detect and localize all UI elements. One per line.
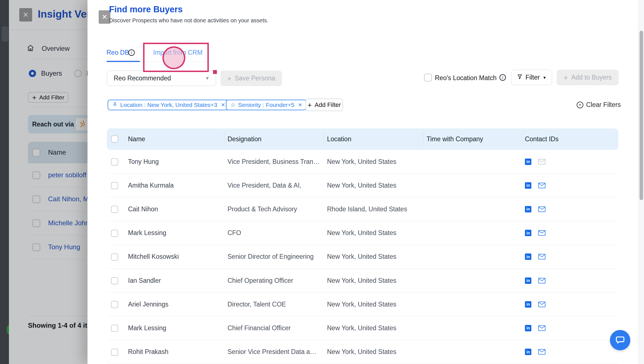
table-row: Mark Lessing Chief Financial Officer New… bbox=[107, 316, 618, 340]
chip-label: Location : New York, United States+3 bbox=[120, 102, 217, 108]
row-checkbox[interactable] bbox=[111, 182, 118, 189]
column-name: Name bbox=[128, 128, 145, 150]
info-icon[interactable]: i bbox=[128, 49, 135, 56]
contact-ids: in bbox=[525, 269, 617, 292]
chip-close-icon[interactable]: ✕ bbox=[221, 102, 225, 108]
prospect-designation: Product & Tech Advisory bbox=[228, 197, 324, 221]
prospect-designation: Chief Financial Officer bbox=[228, 316, 324, 340]
annotation-rectangle bbox=[143, 43, 209, 72]
row-checkbox[interactable] bbox=[111, 206, 118, 213]
table-row: Rohit Prakash Senior Vice President Data… bbox=[107, 340, 618, 364]
table-row: Mark Lessing CFO New York, United States… bbox=[107, 221, 618, 245]
prospect-time-with-company bbox=[427, 150, 522, 173]
column-contact-ids: Contact IDs bbox=[525, 128, 558, 150]
pin-icon bbox=[112, 102, 118, 109]
row-checkbox[interactable] bbox=[111, 253, 118, 261]
prospect-location: New York, United States bbox=[327, 269, 423, 292]
linkedin-icon[interactable]: in bbox=[525, 230, 531, 236]
prospect-location: New York, United States bbox=[327, 316, 423, 340]
prospect-name: Ian Sandler bbox=[128, 269, 224, 292]
table-row: Ariel Jennings Director, Talent COE New … bbox=[107, 293, 618, 316]
prospect-designation: Vice President, Data & AI, bbox=[228, 174, 324, 197]
location-match-label: Reo's Location Match bbox=[435, 74, 496, 82]
contact-ids: in bbox=[525, 293, 617, 316]
filter-button[interactable]: Filter ▼ bbox=[511, 70, 552, 85]
prospect-designation: CFO bbox=[228, 221, 324, 245]
email-icon[interactable] bbox=[538, 183, 546, 188]
email-icon[interactable] bbox=[538, 206, 546, 212]
email-icon[interactable] bbox=[538, 230, 546, 236]
email-icon[interactable] bbox=[538, 159, 546, 165]
star-icon: ☆ bbox=[230, 102, 236, 108]
linkedin-icon[interactable]: in bbox=[525, 206, 531, 212]
location-match-checkbox[interactable] bbox=[424, 74, 432, 82]
filter-chip-seniority[interactable]: ☆ Seniority : Founder+5 ✕ bbox=[226, 100, 307, 110]
scrollbar-thumb[interactable] bbox=[640, 31, 643, 200]
column-separator bbox=[523, 132, 523, 146]
prospect-location: New York, United States bbox=[327, 245, 423, 269]
prospect-designation: Vice President, Business Tran… bbox=[228, 150, 324, 173]
linkedin-icon[interactable]: in bbox=[525, 253, 531, 260]
select-all-checkbox[interactable] bbox=[111, 135, 118, 143]
prospect-designation: Chief Operating Officer bbox=[228, 269, 324, 292]
row-checkbox[interactable] bbox=[111, 301, 118, 308]
contact-ids: in bbox=[525, 245, 617, 269]
tab-import-from-crm[interactable]: Import from CRM bbox=[153, 49, 202, 56]
prospect-time-with-company bbox=[427, 340, 522, 364]
active-tab-indicator bbox=[106, 61, 140, 62]
clear-icon: ✕ bbox=[577, 102, 583, 108]
linkedin-icon[interactable]: in bbox=[525, 159, 531, 165]
close-icon[interactable]: ✕ bbox=[99, 10, 110, 24]
save-persona-label: Save Persona bbox=[235, 75, 275, 82]
persona-dropdown-value: Reo Recommended bbox=[114, 75, 205, 82]
scrollbar-track[interactable] bbox=[638, 0, 644, 364]
filter-label: Filter bbox=[525, 74, 540, 81]
prospect-name: Mark Lessing bbox=[128, 221, 224, 245]
contact-ids: in bbox=[525, 150, 617, 173]
linkedin-icon[interactable]: in bbox=[525, 301, 531, 308]
linkedin-icon[interactable]: in bbox=[525, 182, 531, 189]
linkedin-icon[interactable]: in bbox=[525, 325, 531, 331]
chip-close-icon[interactable]: ✕ bbox=[298, 102, 302, 108]
chat-fab[interactable] bbox=[610, 330, 630, 350]
table-row: Amitha Kurmala Vice President, Data & AI… bbox=[107, 174, 618, 197]
prospect-time-with-company bbox=[427, 197, 522, 221]
modal-backdrop bbox=[0, 0, 87, 364]
clear-filters-button[interactable]: ✕ Clear Filters bbox=[577, 101, 621, 109]
column-separator bbox=[324, 132, 324, 146]
row-checkbox[interactable] bbox=[111, 277, 118, 284]
prospect-time-with-company bbox=[427, 221, 522, 245]
row-checkbox[interactable] bbox=[111, 230, 118, 237]
prospect-time-with-company bbox=[427, 316, 522, 340]
column-separator bbox=[423, 132, 423, 146]
contact-ids: in bbox=[525, 197, 617, 221]
email-icon[interactable] bbox=[538, 254, 546, 260]
persona-dropdown[interactable]: Reo Recommended ▼ bbox=[107, 71, 216, 86]
row-checkbox[interactable] bbox=[111, 325, 118, 332]
email-icon[interactable] bbox=[538, 325, 546, 331]
tab-reo-db[interactable]: Reo DB bbox=[106, 49, 129, 56]
info-icon[interactable]: i bbox=[499, 74, 506, 81]
prospect-location: New York, United States bbox=[327, 293, 423, 316]
modal-title: Find more Buyers bbox=[109, 4, 183, 15]
prospect-table-header: Name Designation Location Time with Comp… bbox=[107, 128, 618, 150]
linkedin-icon[interactable]: in bbox=[525, 277, 531, 284]
row-checkbox[interactable] bbox=[111, 349, 118, 356]
add-filter-button[interactable]: + Add Filter bbox=[306, 99, 343, 111]
filter-chip-location[interactable]: Location : New York, United States+3 ✕ bbox=[108, 100, 229, 110]
prospect-name: Mitchell Kosowski bbox=[128, 245, 224, 269]
email-icon[interactable] bbox=[538, 301, 546, 307]
email-icon[interactable] bbox=[538, 278, 546, 284]
chevron-down-icon: ▼ bbox=[205, 76, 210, 81]
plus-icon: + bbox=[307, 101, 312, 109]
prospect-designation: Director, Talent COE bbox=[228, 293, 324, 316]
contact-ids: in bbox=[525, 221, 617, 245]
add-filter-label: Add Filter bbox=[315, 101, 341, 109]
find-more-buyers-modal: ✕ Find more Buyers Discover Prospects wh… bbox=[87, 0, 638, 364]
row-checkbox[interactable] bbox=[111, 158, 118, 166]
email-icon[interactable] bbox=[538, 349, 546, 355]
add-to-buyers-button[interactable]: + Add to Buyers bbox=[557, 70, 619, 85]
save-persona-button[interactable]: + Save Persona bbox=[221, 71, 282, 86]
linkedin-icon[interactable]: in bbox=[525, 349, 531, 355]
prospect-name: Tony Hung bbox=[128, 150, 224, 173]
